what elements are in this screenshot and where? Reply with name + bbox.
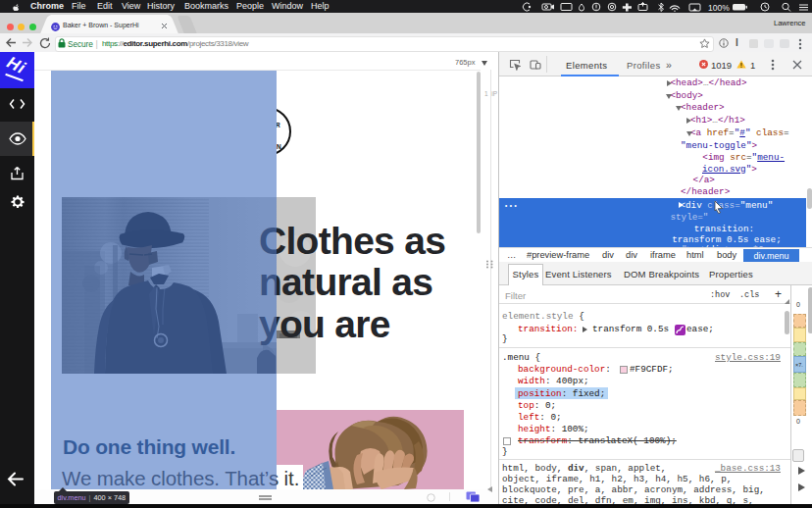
svg-text:100%: 100% — [708, 3, 730, 13]
